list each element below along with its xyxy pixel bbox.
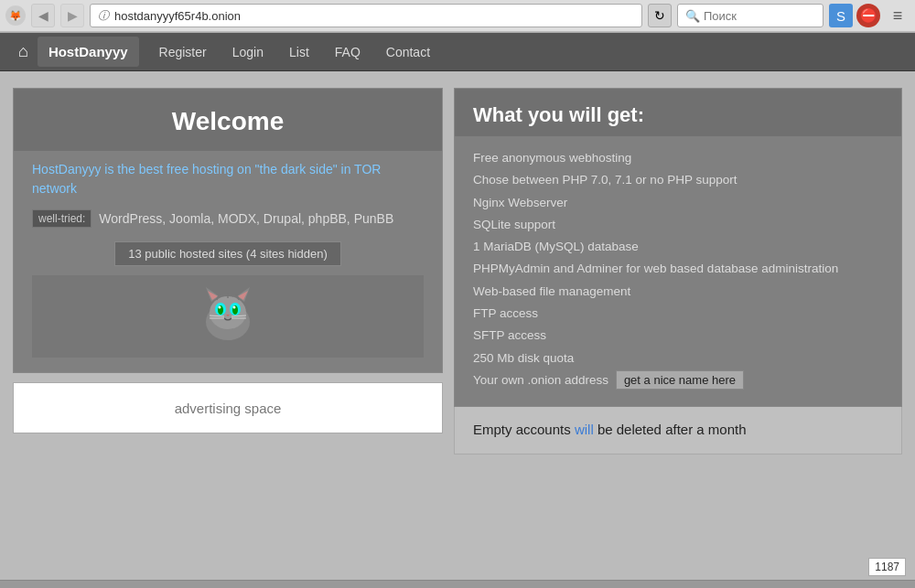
hamburger-button[interactable]: ≡: [886, 4, 910, 27]
svg-point-1: [210, 296, 246, 329]
feature-item-3: SQLite support: [473, 214, 883, 236]
search-icon: 🔍: [685, 9, 700, 23]
feature-item-10: Your own .onion address get a nice name …: [473, 369, 883, 391]
nav-list[interactable]: List: [276, 37, 322, 67]
ad-box: advertising space: [13, 382, 443, 433]
nav-brand[interactable]: HostDanyyy: [38, 37, 139, 67]
features-box: What you will get: Free anonymous webhos…: [454, 88, 902, 407]
browser-menu-button[interactable]: 🦊: [5, 5, 26, 26]
back-button[interactable]: ◀: [31, 4, 55, 27]
welcome-title: Welcome: [14, 89, 442, 151]
features-list: Free anonymous webhosting Chose between …: [455, 136, 901, 406]
nav-register[interactable]: Register: [146, 37, 220, 67]
feature-item-2: Nginx Webserver: [473, 192, 883, 214]
search-input[interactable]: [704, 9, 815, 23]
forward-icon: ▶: [68, 8, 78, 23]
nav-home-button[interactable]: ⌂: [9, 35, 38, 69]
features-title: What you will get:: [455, 89, 901, 136]
well-tried-badge: well-tried:: [32, 209, 92, 228]
info-icon: ⓘ: [98, 8, 109, 24]
feature-item-0: Free anonymous webhosting: [473, 147, 883, 169]
skype-extension-button[interactable]: S: [829, 4, 853, 27]
feature-item-1: Chose between PHP 7.0, 7.1 or no PHP sup…: [473, 169, 883, 191]
empty-accounts-box: Empty accounts will be deleted after a m…: [454, 407, 902, 454]
welcome-box: Welcome HostDanyyy is the best free host…: [13, 88, 443, 373]
nav-contact[interactable]: Contact: [373, 37, 443, 67]
get-nice-name-button[interactable]: get a nice name here: [616, 370, 744, 390]
reload-icon: ↻: [654, 8, 665, 23]
address-bar[interactable]: ⓘ hostdanyyyf65r4b.onion: [90, 4, 642, 27]
feature-item-6: Web-based file management: [473, 281, 883, 303]
reload-button[interactable]: ↻: [648, 4, 672, 27]
search-bar[interactable]: 🔍: [677, 4, 824, 27]
nav-faq[interactable]: FAQ: [322, 37, 373, 67]
sites-badge: 13 public hosted sites (4 sites hidden): [114, 241, 341, 266]
cat-image: [191, 280, 264, 353]
forward-button[interactable]: ▶: [60, 4, 84, 27]
svg-point-11: [233, 306, 236, 309]
feature-item-8: SFTP access: [473, 325, 883, 347]
feature-item-5: PHPMyAdmin and Adminer for web based dat…: [473, 258, 883, 280]
ad-text: advertising space: [175, 401, 282, 416]
feature-item-7: FTP access: [473, 303, 883, 325]
addon-button[interactable]: ⛔: [856, 4, 880, 27]
nav-login[interactable]: Login: [220, 37, 276, 67]
back-icon: ◀: [38, 8, 48, 23]
url-text: hostdanyyyf65r4b.onion: [114, 9, 241, 23]
welcome-description: HostDanyyy is the best free hosting on "…: [32, 160, 424, 198]
well-tried-text: WordPress, Joomla, MODX, Drupal, phpBB, …: [99, 209, 393, 229]
svg-point-10: [219, 306, 221, 309]
empty-accounts-text: Empty accounts will be deleted after a m…: [473, 422, 747, 437]
feature-item-4: 1 MariaDB (MySQL) database: [473, 236, 883, 258]
cat-image-box: [32, 275, 424, 358]
home-icon: ⌂: [18, 42, 28, 60]
firefox-icon: 🦊: [9, 10, 22, 22]
page-counter: 1187: [868, 558, 906, 576]
feature-item-9: 250 Mb disk quota: [473, 347, 883, 369]
